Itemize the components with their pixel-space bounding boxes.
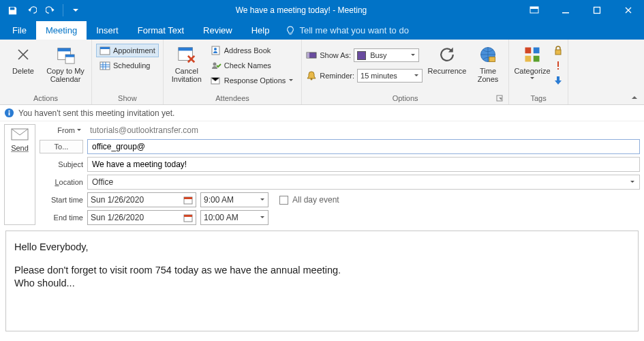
response-options-button[interactable]: Response Options (207, 74, 298, 87)
svg-rect-28 (555, 50, 561, 55)
redo-button[interactable] (42, 2, 59, 18)
show-as-icon (306, 50, 317, 60)
info-bar: You haven't sent this meeting invitation… (0, 105, 644, 121)
cancel-invitation-button[interactable]: Cancel Invitation (168, 42, 206, 85)
calendar-icon (183, 196, 193, 205)
cancel-invitation-icon (176, 44, 198, 65)
calendar-copy-icon (55, 44, 76, 65)
chevron-down-icon (260, 197, 265, 203)
to-field[interactable] (87, 139, 640, 154)
low-importance-button[interactable] (553, 75, 564, 86)
tell-me-label: Tell me what you want to do (299, 25, 408, 35)
response-options-icon (211, 76, 221, 85)
title-bar: We have a meeting today! - Meeting (0, 0, 644, 20)
reminder-combo[interactable]: 15 minutes (357, 69, 423, 83)
tab-meeting[interactable]: Meeting (36, 21, 87, 40)
start-date-picker[interactable]: Sun 1/26/2020 (87, 192, 196, 207)
group-show: Appointment Scheduling Show (92, 40, 164, 104)
location-combo[interactable]: Office (87, 175, 640, 190)
quick-access-toolbar (0, 2, 84, 18)
group-attendees-label: Attendees (168, 93, 298, 104)
svg-point-20 (311, 78, 313, 80)
checkbox-icon (279, 196, 288, 205)
svg-rect-7 (65, 55, 74, 57)
to-button[interactable]: To... (40, 140, 83, 153)
svg-rect-2 (562, 12, 569, 14)
window-title: We have a meeting today! - Meeting (84, 5, 519, 15)
categorize-button[interactable]: Categorize (513, 42, 551, 82)
check-names-button[interactable]: Check Names (207, 59, 298, 72)
close-button[interactable] (613, 0, 644, 20)
svg-rect-32 (9, 113, 10, 116)
tab-insert[interactable]: Insert (87, 21, 128, 40)
delete-button[interactable]: Delete (4, 42, 42, 76)
tab-help[interactable]: Help (242, 21, 279, 40)
private-button[interactable] (553, 45, 564, 56)
high-importance-button[interactable] (553, 60, 564, 71)
collapse-ribbon-button[interactable] (630, 93, 639, 102)
tab-file[interactable]: File (3, 21, 36, 40)
svg-rect-10 (100, 62, 110, 70)
window-controls (519, 0, 644, 20)
appointment-icon (99, 46, 110, 55)
ribbon-tabs: File Meeting Insert Format Text Review H… (0, 20, 644, 40)
svg-rect-1 (530, 7, 538, 9)
group-show-label: Show (96, 93, 159, 104)
tab-format-text[interactable]: Format Text (128, 21, 194, 40)
svg-rect-27 (534, 56, 540, 62)
dialog-launcher-icon[interactable] (496, 95, 504, 103)
svg-rect-3 (594, 8, 600, 14)
end-date-picker[interactable]: Sun 1/26/2020 (87, 210, 196, 225)
save-button[interactable] (4, 2, 20, 18)
qat-customize-button[interactable] (67, 2, 84, 18)
start-time-picker[interactable]: 9:00 AM (200, 192, 269, 207)
dropdown-icon (288, 78, 294, 83)
svg-rect-38 (184, 215, 192, 217)
tab-review[interactable]: Review (194, 21, 242, 40)
reminder-icon (306, 70, 317, 81)
from-value: tutorials@outlooktransfer.com (86, 124, 640, 136)
group-options-label: Options (306, 93, 504, 104)
scheduling-button[interactable]: Scheduling (96, 59, 159, 72)
reminder-label: Reminder: (320, 72, 354, 80)
message-body[interactable]: Hello Everybody, Please don't forget to … (5, 231, 639, 331)
svg-rect-25 (534, 48, 540, 54)
undo-button[interactable] (23, 2, 40, 18)
svg-rect-19 (307, 53, 309, 58)
send-button[interactable]: Send (4, 124, 35, 225)
end-time-picker[interactable]: 10:00 AM (200, 210, 269, 225)
recurrence-icon (436, 44, 458, 65)
recurrence-button[interactable]: Recurrence (428, 42, 466, 76)
group-tags: Categorize Tags (509, 40, 568, 104)
show-as-combo[interactable]: Busy (354, 48, 419, 62)
show-as-label: Show As: (320, 51, 351, 59)
appointment-button[interactable]: Appointment (96, 44, 159, 57)
globe-icon (477, 44, 499, 65)
subject-field[interactable] (87, 157, 640, 172)
svg-point-15 (213, 63, 216, 66)
ribbon-display-options-button[interactable] (519, 0, 550, 20)
info-text: You haven't sent this meeting invitation… (18, 108, 174, 118)
group-attendees: Cancel Invitation Address Book Check Nam… (164, 40, 303, 104)
svg-rect-26 (525, 56, 532, 62)
meeting-form: Send From tutorials@outlooktransfer.com … (0, 121, 644, 225)
minimize-button[interactable] (550, 0, 581, 20)
time-zones-button[interactable]: Time Zones (472, 42, 504, 85)
address-book-button[interactable]: Address Book (207, 44, 298, 57)
svg-rect-24 (525, 48, 532, 54)
maximize-button[interactable] (581, 0, 613, 20)
body-line: Please don't forget to visit room 754 to… (14, 264, 630, 278)
group-actions: Delete Copy to My Calendar Actions (0, 40, 92, 104)
tell-me-search[interactable]: Tell me what you want to do (279, 21, 415, 40)
location-label: Location (40, 178, 83, 186)
body-line: Hello Everybody, (14, 241, 630, 254)
info-icon (4, 108, 14, 118)
lightbulb-icon (286, 26, 295, 35)
ribbon: Delete Copy to My Calendar Actions Appoi… (0, 40, 644, 105)
group-tags-label: Tags (513, 93, 564, 104)
start-time-label: Start time (40, 196, 83, 204)
copy-to-calendar-button[interactable]: Copy to My Calendar (44, 42, 87, 85)
all-day-checkbox[interactable]: All day event (279, 195, 339, 205)
from-label[interactable]: From (40, 126, 82, 134)
svg-rect-33 (9, 110, 10, 112)
